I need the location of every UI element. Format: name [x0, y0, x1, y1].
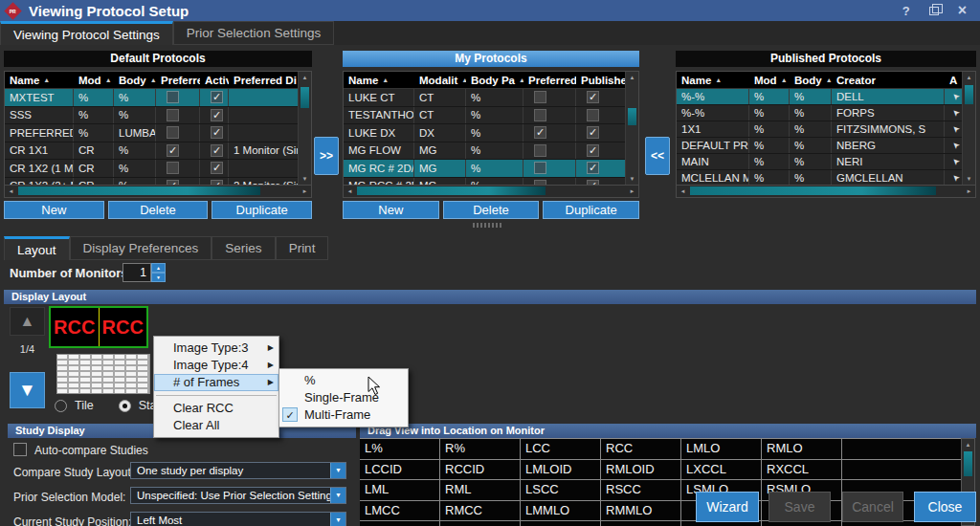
- tab-prior-selection-settings[interactable]: Prior Selection Settings: [173, 21, 334, 45]
- tab-display-preferences[interactable]: Display Preferences: [70, 236, 212, 260]
- view-cell-rmmlo[interactable]: RMMLO: [601, 501, 681, 522]
- auto-compare-checkbox[interactable]: [13, 443, 27, 456]
- scroll-left-icon[interactable]: ◄: [5, 186, 17, 197]
- unchecked-checkbox[interactable]: [534, 109, 546, 121]
- unchecked-checkbox[interactable]: [167, 91, 179, 103]
- view-cell-lmcc[interactable]: LMCC: [360, 501, 440, 522]
- menu-item-of-frames[interactable]: # of Frames▶: [154, 374, 278, 391]
- protocol-row-mg-flow[interactable]: MG FLOWMG%✓: [344, 142, 625, 161]
- tab-layout[interactable]: Layout: [4, 236, 70, 260]
- scrollbar-thumb[interactable]: [964, 451, 972, 476]
- column-header-name[interactable]: Name▲: [344, 72, 414, 88]
- checked-checkbox[interactable]: ✓: [211, 126, 223, 139]
- view-cell-rmcc[interactable]: RMCC: [440, 501, 521, 522]
- protocol-row-mxtest[interactable]: MXTEST%%✓: [5, 89, 298, 107]
- protocol-row-luke-dx[interactable]: LUKE DXDX%✓✓: [344, 124, 625, 142]
- column-header-mod[interactable]: Mod▲: [749, 72, 790, 88]
- scroll-down-icon[interactable]: ▼: [963, 173, 975, 185]
- column-header-preferre[interactable]: Preferre: [156, 72, 200, 88]
- chevron-down-icon[interactable]: ▼: [330, 513, 345, 526]
- protocol-row-mg-rc-2d-3d[interactable]: MG RC # 2D/3DMG%✓: [344, 160, 625, 178]
- protocol-row-luke-ct[interactable]: LUKE CTCT%✓: [344, 89, 625, 107]
- v-scrollbar[interactable]: ▲ ▼: [298, 72, 311, 185]
- checked-checkbox[interactable]: ✓: [587, 162, 599, 174]
- h-scrollbar[interactable]: ◄ ►: [343, 186, 639, 198]
- protocol-row-main[interactable]: MAIN%%NERI➤: [677, 154, 962, 170]
- view-cell-l[interactable]: L%: [360, 439, 440, 460]
- view-cell-lcc[interactable]: LCC: [521, 439, 601, 460]
- column-header-mod[interactable]: Mod▲: [74, 72, 114, 88]
- protocol-row-cr-1x1[interactable]: CR 1X1CR%✓✓1 Monitor (Sing: [5, 142, 298, 161]
- column-header-published[interactable]: Published: [576, 72, 625, 88]
- scrollbar-thumb[interactable]: [965, 85, 973, 104]
- view-cell-rcc[interactable]: RCC: [601, 439, 681, 460]
- protocol-row-item[interactable]: %-%%%FORPS➤: [677, 105, 962, 121]
- checked-checkbox[interactable]: ✓: [534, 126, 546, 139]
- spinner-down-icon[interactable]: ▼: [151, 273, 166, 282]
- view-cell-lmloid[interactable]: LMLOID: [521, 460, 601, 481]
- compare-study-layout-dropdown[interactable]: One study per display ▼: [130, 462, 346, 479]
- view-cell-rmloid[interactable]: RMLOID: [601, 460, 681, 481]
- prior-selection-model-dropdown[interactable]: Unspecified: Use Prior Selection Setting…: [130, 487, 346, 504]
- menu-item-clear-rcc[interactable]: Clear RCC: [154, 400, 278, 417]
- v-scrollbar[interactable]: ▲ ▼: [625, 72, 638, 185]
- view-cell-r[interactable]: R%: [440, 439, 521, 460]
- layout-grid-selector[interactable]: [56, 354, 150, 394]
- preview-cell-right[interactable]: RCC: [100, 308, 147, 346]
- submenu-item-item[interactable]: %: [279, 372, 408, 389]
- view-cell-rccid[interactable]: RCCID: [440, 460, 521, 481]
- view-cell-lml[interactable]: LML: [360, 480, 440, 501]
- splitter-grip[interactable]: [473, 223, 501, 228]
- h-scrollbar[interactable]: ◄ ►: [4, 186, 312, 198]
- scroll-up-icon[interactable]: ▲: [626, 72, 638, 83]
- copy-to-default-button[interactable]: <<: [645, 137, 670, 175]
- protocol-row-1x1[interactable]: 1X1%%FITZSIMMONS, S➤: [677, 121, 962, 138]
- chevron-down-icon[interactable]: ▼: [330, 488, 345, 503]
- tab-series[interactable]: Series: [212, 236, 275, 260]
- column-header-body-pa[interactable]: Body Pa▲: [466, 72, 523, 88]
- scrollbar-thumb[interactable]: [18, 186, 260, 195]
- preview-cell-left[interactable]: RCC: [51, 308, 100, 346]
- duplicate-button[interactable]: Duplicate: [212, 201, 312, 219]
- checked-checkbox[interactable]: ✓: [211, 91, 223, 103]
- unchecked-checkbox[interactable]: [534, 180, 546, 185]
- scroll-down-icon[interactable]: ▼: [626, 173, 638, 185]
- current-study-position-dropdown[interactable]: Left Most ▼: [130, 512, 346, 526]
- menu-item-image-type-4[interactable]: Image Type:4▶: [154, 357, 278, 374]
- unchecked-checkbox[interactable]: [167, 126, 179, 139]
- protocol-row-preferred-all[interactable]: PREFERRED ALL%LUMBAR✓: [5, 124, 298, 142]
- submenu-item-single-frame[interactable]: Single-Frame: [279, 389, 408, 406]
- protocol-row-cr-1x2-1-moni[interactable]: CR 1X2 (1 MONICR%✓: [5, 160, 298, 178]
- checked-checkbox[interactable]: ✓: [211, 162, 223, 174]
- scroll-up-icon[interactable]: ▲: [299, 72, 311, 83]
- new-button[interactable]: New: [4, 201, 104, 219]
- chevron-down-icon[interactable]: ▼: [330, 463, 345, 478]
- column-header-body[interactable]: Body▲: [790, 72, 832, 88]
- scrollbar-thumb[interactable]: [357, 186, 546, 195]
- spinner-up-icon[interactable]: ▲: [151, 263, 166, 273]
- submenu-item-multi-frame[interactable]: ✓Multi-Frame: [279, 406, 408, 424]
- restore-icon[interactable]: [929, 7, 939, 15]
- scroll-up-icon[interactable]: ▲: [962, 439, 974, 450]
- checked-checkbox[interactable]: ✓: [587, 126, 599, 139]
- view-cell-rmlo[interactable]: RMLO: [762, 439, 842, 460]
- protocol-row-testanthony[interactable]: TESTANTHONYCT%: [344, 107, 625, 125]
- delete-button[interactable]: Delete: [443, 201, 540, 219]
- tab-viewing-protocol-settings[interactable]: Viewing Protocol Settings: [0, 21, 173, 45]
- v-scrollbar[interactable]: ▲ ▼: [962, 72, 975, 185]
- close-button[interactable]: Close: [914, 492, 976, 522]
- unchecked-checkbox[interactable]: [534, 162, 546, 174]
- close-icon[interactable]: ×: [958, 4, 967, 17]
- unchecked-checkbox[interactable]: [167, 109, 179, 121]
- scrollbar-thumb[interactable]: [628, 108, 636, 125]
- column-header-name[interactable]: Name▲: [5, 72, 74, 88]
- view-cell-lmlo[interactable]: LMLO: [681, 439, 762, 460]
- unchecked-checkbox[interactable]: [534, 91, 546, 103]
- stack-radio[interactable]: [119, 400, 131, 412]
- scroll-right-icon[interactable]: ►: [299, 186, 311, 197]
- scrollbar-thumb[interactable]: [301, 87, 309, 108]
- h-scrollbar[interactable]: ◄ ►: [676, 186, 976, 198]
- protocol-row-mg-rcc-2d-3[interactable]: MG RCC # 2D/3MG%✓: [344, 178, 625, 186]
- checked-checkbox[interactable]: ✓: [587, 180, 599, 185]
- view-cell-rml[interactable]: RML: [440, 480, 521, 501]
